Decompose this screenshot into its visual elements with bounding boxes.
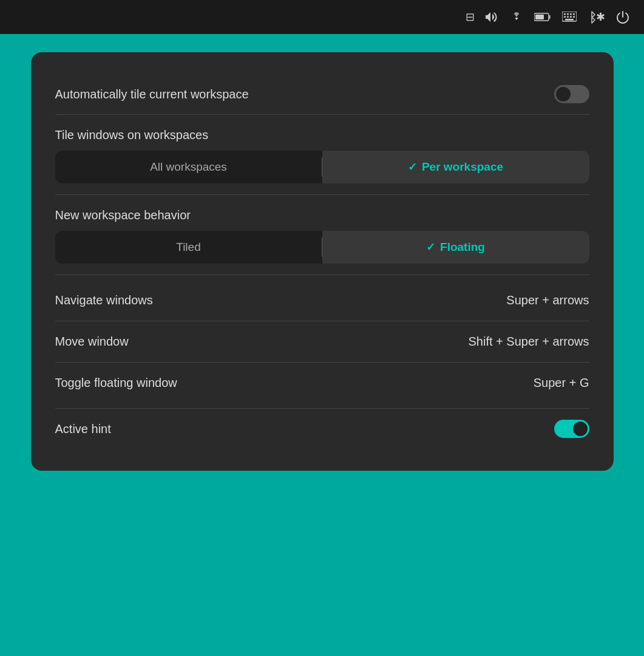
tile-windows-section: Tile windows on workspaces All workspace… (55, 115, 589, 194)
svg-rect-8 (564, 16, 566, 18)
tile-windows-segmented: All workspaces ✓ Per workspace (55, 151, 589, 183)
auto-tile-section: Automatically tile current workspace (55, 74, 589, 114)
display-icon[interactable]: ⊟ (466, 10, 475, 24)
settings-panel: Automatically tile current workspace Til… (31, 52, 614, 471)
move-window-row: Move window Shift + Super + arrows (55, 321, 589, 362)
seg-tiled-label: Tiled (176, 241, 200, 254)
main-area: Automatically tile current workspace Til… (0, 34, 644, 656)
active-hint-label: Active hint (55, 422, 111, 436)
svg-rect-9 (567, 16, 569, 18)
svg-rect-12 (565, 19, 574, 21)
navigate-windows-value: Super + arrows (506, 293, 589, 307)
seg-floating-label: Floating (440, 241, 485, 254)
volume-icon[interactable] (486, 12, 499, 22)
seg-all-workspaces[interactable]: All workspaces (55, 151, 322, 183)
seg-all-workspaces-label: All workspaces (150, 160, 227, 174)
svg-rect-5 (567, 13, 569, 15)
seg-per-workspace[interactable]: ✓ Per workspace (322, 151, 589, 183)
floating-check: ✓ (426, 241, 435, 254)
workspace-behavior-label: New workspace behavior (55, 208, 589, 222)
active-hint-section: Active hint (55, 409, 589, 449)
toggle-floating-row: Toggle floating window Super + G (55, 363, 589, 403)
move-window-value: Shift + Super + arrows (469, 335, 589, 349)
shortcuts-section: Navigate windows Super + arrows Move win… (55, 275, 589, 408)
workspace-behavior-section: New workspace behavior Tiled ✓ Floating (55, 195, 589, 275)
active-hint-knob (573, 422, 588, 436)
seg-per-workspace-label: Per workspace (422, 160, 503, 174)
move-window-label: Move window (55, 335, 129, 349)
svg-rect-7 (573, 13, 575, 15)
toggle-floating-label: Toggle floating window (55, 376, 177, 390)
bluetooth-icon[interactable]: ✱ (588, 10, 605, 24)
tile-windows-label: Tile windows on workspaces (55, 128, 589, 142)
workspace-behavior-segmented: Tiled ✓ Floating (55, 231, 589, 264)
navigate-windows-label: Navigate windows (55, 293, 153, 307)
toggle-floating-value: Super + G (534, 376, 589, 390)
navigate-windows-row: Navigate windows Super + arrows (55, 280, 589, 321)
per-workspace-check: ✓ (408, 160, 417, 174)
seg-tiled[interactable]: Tiled (55, 231, 322, 264)
keyboard-icon[interactable] (562, 12, 577, 22)
battery-icon[interactable] (534, 12, 551, 22)
seg-floating[interactable]: ✓ Floating (322, 231, 589, 264)
svg-rect-6 (570, 13, 572, 15)
power-icon[interactable] (616, 10, 629, 24)
svg-rect-10 (570, 16, 572, 18)
svg-rect-4 (564, 13, 566, 15)
auto-tile-toggle[interactable] (554, 85, 589, 103)
auto-tile-knob (556, 87, 571, 101)
auto-tile-label: Automatically tile current workspace (55, 87, 249, 101)
svg-rect-1 (549, 15, 551, 19)
active-hint-toggle[interactable] (554, 420, 589, 438)
topbar: ⊟ (0, 0, 644, 34)
svg-rect-11 (573, 16, 575, 18)
wifi-icon[interactable] (510, 12, 523, 22)
svg-rect-2 (535, 15, 544, 19)
